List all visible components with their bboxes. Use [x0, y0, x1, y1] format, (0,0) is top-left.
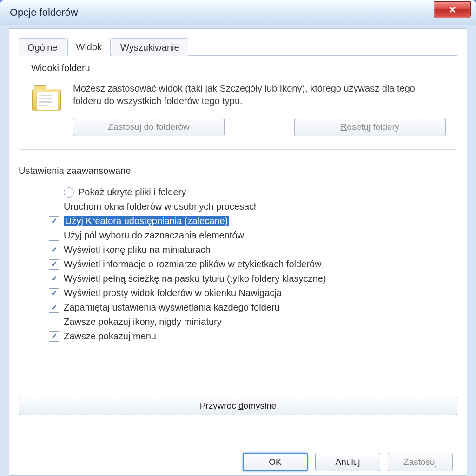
list-item[interactable]: Pokaż ukryte pliki i foldery [22, 185, 454, 199]
checkbox-icon[interactable] [49, 231, 59, 241]
list-item[interactable]: Użyj pól wyboru do zaznaczania elementów [22, 228, 454, 243]
tab-view[interactable]: Widok [67, 38, 111, 56]
checkbox-icon[interactable] [49, 274, 59, 284]
list-item-label: Użyj pól wyboru do zaznaczania elementów [64, 230, 244, 241]
list-item-label: Wyświetl pełną ścieżkę na pasku tytułu (… [64, 273, 326, 284]
ok-button[interactable]: OK [243, 453, 308, 471]
dialog-button-row: OK Anuluj Zastosuj [9, 450, 467, 475]
titlebar[interactable]: Opcje folderów ✕ [0, 0, 476, 25]
list-item-label: Zawsze pokazuj ikony, nigdy miniatury [64, 317, 222, 327]
close-button[interactable]: ✕ [434, 1, 471, 18]
radio-icon[interactable] [64, 187, 74, 198]
reset-folders-button[interactable]: Resetuj foldery [294, 118, 446, 136]
list-item[interactable]: Zawsze pokazuj ikony, nigdy miniatury [22, 315, 454, 329]
dialog-content: Ogólne Widok Wyszukiwanie Widoki folderu… [9, 28, 467, 476]
list-item-label: Wyświetl ikonę pliku na miniaturach [64, 245, 211, 255]
folder-icon [30, 82, 64, 116]
checkbox-icon[interactable] [49, 202, 59, 212]
close-icon: ✕ [449, 4, 456, 15]
checkbox-icon[interactable] [49, 303, 59, 313]
list-item-label: Wyświetl prosty widok folderów w okienku… [64, 288, 282, 298]
list-item[interactable]: Wyświetl pełną ścieżkę na pasku tytułu (… [22, 271, 454, 286]
checkbox-icon[interactable] [49, 288, 59, 298]
cancel-button[interactable]: Anuluj [315, 453, 380, 471]
list-item-label: Pokaż ukryte pliki i foldery [79, 187, 186, 198]
list-item[interactable]: Wyświetl prosty widok folderów w okienku… [22, 286, 454, 300]
list-item[interactable]: Użyj Kreatora udostępniania (zalecane) [22, 214, 454, 228]
folder-options-window: Opcje folderów ✕ Ogólne Widok Wyszukiwan… [0, 0, 476, 476]
checkbox-icon[interactable] [49, 245, 59, 255]
folder-views-description: Możesz zastosować widok (taki jak Szczeg… [73, 82, 446, 107]
folder-views-group: Widoki folderu Możesz zastosować widok (… [19, 69, 457, 150]
list-item[interactable]: Uruchom okna folderów w osobnych procesa… [22, 199, 454, 214]
list-item[interactable]: Zawsze pokazuj menu [22, 329, 454, 344]
list-item-label: Zapamiętaj ustawienia wyświetlania każde… [64, 302, 280, 313]
advanced-settings-list[interactable]: Pokaż ukryte pliki i folderyUruchom okna… [19, 181, 457, 385]
restore-defaults-button[interactable]: Przywróć domyślne [19, 397, 457, 415]
list-item-label: Uruchom okna folderów w osobnych procesa… [64, 201, 259, 212]
tab-strip: Ogólne Widok Wyszukiwanie [19, 35, 457, 56]
checkbox-icon[interactable] [49, 216, 59, 226]
checkbox-icon[interactable] [49, 331, 59, 342]
tab-search[interactable]: Wyszukiwanie [112, 38, 188, 56]
apply-to-folders-button[interactable]: Zastosuj do folderów [73, 118, 225, 136]
list-item[interactable]: Wyświetl informacje o rozmiarze plików w… [22, 257, 454, 271]
window-title: Opcje folderów [10, 7, 78, 19]
checkbox-icon[interactable] [49, 317, 59, 327]
checkbox-icon[interactable] [49, 259, 59, 270]
list-item-label: Wyświetl informacje o rozmiarze plików w… [64, 259, 321, 270]
list-item[interactable]: Zapamiętaj ustawienia wyświetlania każde… [22, 300, 454, 315]
list-item[interactable]: Wyświetl ikonę pliku na miniaturach [22, 243, 454, 257]
list-item-label: Zawsze pokazuj menu [64, 331, 156, 342]
list-item-label: Użyj Kreatora udostępniania (zalecane) [64, 216, 229, 226]
apply-button[interactable]: Zastosuj [388, 453, 453, 471]
tab-general[interactable]: Ogólne [19, 38, 66, 56]
folder-views-group-title: Widoki folderu [27, 63, 94, 73]
advanced-settings-label: Ustawienia zaawansowane: [19, 165, 457, 176]
